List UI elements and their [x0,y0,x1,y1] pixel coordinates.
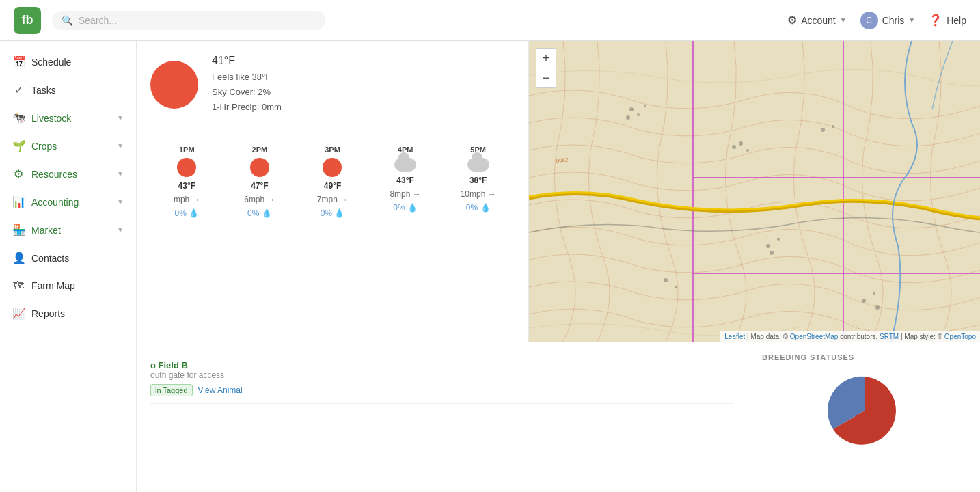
help-icon: ❓ [929,14,942,27]
sidebar-item-crops[interactable]: 🌱 Crops ▼ [0,132,136,160]
activity-subtitle: outh gate for access [150,370,243,380]
sidebar: 📅 Schedule ✓ Tasks 🐄 Livestock ▼ 🌱 Crops… [0,41,137,492]
svg-point-4 [629,107,634,111]
sidebar-item-reports[interactable]: 📈 Reports [0,299,136,327]
hour-precip: 0% 💧 [393,203,418,213]
sidebar-item-label: Tasks [31,85,124,96]
chevron-down-icon: ▼ [117,198,124,206]
sidebar-item-label: Market [31,225,110,236]
app-logo[interactable]: fb [14,7,41,34]
breeding-chart [762,370,966,452]
hour-2pm: 2PM 47°F 6mph → 0% 💧 [223,140,297,223]
map-panel[interactable]: 0062 0062 0005 [529,41,980,342]
top-section: 41°F Feels like 38°F Sky Cover: 2% 1-Hr … [137,41,980,342]
hour-wind: 8mph → [390,189,420,199]
main-layout: 📅 Schedule ✓ Tasks 🐄 Livestock ▼ 🌱 Crops… [0,41,980,492]
sidebar-item-contacts[interactable]: 👤 Contacts [0,244,136,272]
pie-chart [817,370,912,452]
osm-link[interactable]: OpenStreetMap [790,333,839,340]
hour-1pm: 1PM 43°F mph → 0% 💧 [150,140,223,223]
content-area: 41°F Feels like 38°F Sky Cover: 2% 1-Hr … [137,41,980,492]
svg-point-16 [664,278,668,282]
activity-panel: o Field B outh gate for access in Tagged… [137,342,748,492]
svg-point-18 [862,299,866,303]
reports-icon: 📈 [12,307,25,320]
hour-precip: 0% 💧 [321,208,345,218]
search-icon: 🔍 [62,15,73,26]
livestock-icon: 🐄 [12,111,25,124]
account-button[interactable]: ⚙ Account ▼ [787,14,847,27]
hour-wind: 10mph → [461,189,496,199]
accounting-icon: 📊 [12,195,25,208]
activity-details: o Field B outh gate for access in Tagged… [150,360,243,396]
hour-temp: 38°F [469,176,487,185]
hour-temp: 49°F [324,181,341,191]
svg-point-12 [832,125,834,128]
hour-wind: 6mph → [244,195,275,204]
leaflet-link[interactable]: Leaflet [724,333,745,340]
sidebar-item-accounting[interactable]: 📊 Accounting ▼ [0,188,136,216]
chevron-down-icon: ▼ [117,226,124,234]
sidebar-item-livestock[interactable]: 🐄 Livestock ▼ [0,104,136,132]
sidebar-item-tasks[interactable]: ✓ Tasks [0,76,136,104]
sidebar-item-label: Farm Map [31,280,124,291]
sidebar-item-label: Contacts [31,253,124,264]
hour-precip: 0% 💧 [247,208,272,218]
activity-actions: in Tagged View Animal [150,384,243,396]
map-attribution: Leaflet | Map data: © OpenStreetMap cont… [720,331,980,342]
search-placeholder: Search... [79,15,117,26]
svg-point-11 [821,128,825,132]
help-button[interactable]: ❓ Help [929,14,966,27]
svg-point-20 [875,305,880,310]
weather-panel: 41°F Feels like 38°F Sky Cover: 2% 1-Hr … [137,41,529,342]
sidebar-item-market[interactable]: 🏪 Market ▼ [0,216,136,244]
user-button[interactable]: C Chris ▼ [860,12,916,29]
chevron-down-icon: ▼ [117,170,124,178]
chevron-down-icon: ▼ [117,142,124,150]
map-svg: 0062 0062 0005 [529,41,980,342]
calendar-icon: 📅 [12,55,25,68]
map-icon: 🗺 [12,279,25,292]
hour-sun-icon [323,158,342,177]
hour-temp: 43°F [396,176,413,185]
weather-current: 41°F Feels like 38°F Sky Cover: 2% 1-Hr … [150,55,515,126]
sidebar-item-label: Accounting [31,197,110,208]
sidebar-item-label: Reports [31,308,124,319]
sky-cover: Sky Cover: 2% [212,85,282,100]
srtm-link[interactable]: SRTM [880,333,899,340]
sidebar-item-resources[interactable]: ⚙ Resources ▼ [0,160,136,188]
hour-time: 1PM [179,146,195,154]
search-bar[interactable]: 🔍 Search... [52,11,325,30]
view-animal-link[interactable]: View Animal [198,385,243,395]
svg-point-14 [777,238,780,241]
chevron-down-icon: ▼ [840,16,847,24]
avatar: C [860,12,878,29]
svg-text:0062: 0062 [556,156,569,164]
sidebar-item-label: Livestock [31,113,110,124]
sidebar-item-farm-map[interactable]: 🗺 Farm Map [0,272,136,299]
map-controls: + − [536,48,556,88]
hour-3pm: 3PM 49°F 7mph → 0% 💧 [296,140,369,223]
hour-cloud-icon [467,158,489,172]
sidebar-item-label: Resources [31,169,110,180]
bottom-section: o Field B outh gate for access in Tagged… [137,342,980,492]
hour-time: 2PM [252,146,268,154]
tagged-button[interactable]: in Tagged [150,384,193,396]
breeding-panel: BREEDING STATUSES [748,342,980,492]
hour-sun-icon [177,158,196,177]
opentopo-link[interactable]: OpenTopo [944,333,976,340]
hour-precip: 0% 💧 [466,203,491,213]
resources-icon: ⚙ [12,167,25,180]
zoom-in-button[interactable]: + [536,49,556,68]
sun-icon [150,61,198,109]
feels-like: Feels like 38°F [212,70,282,85]
chevron-down-icon: ▼ [117,114,124,122]
nav-right: ⚙ Account ▼ C Chris ▼ ❓ Help [787,12,966,29]
check-icon: ✓ [12,83,25,96]
hour-precip: 0% 💧 [174,208,199,218]
sidebar-item-schedule[interactable]: 📅 Schedule [0,48,136,76]
hour-wind: mph → [174,195,200,204]
zoom-out-button[interactable]: − [536,68,556,87]
current-temperature: 41°F [212,55,282,67]
precip: 1-Hr Precip: 0mm [212,100,282,115]
